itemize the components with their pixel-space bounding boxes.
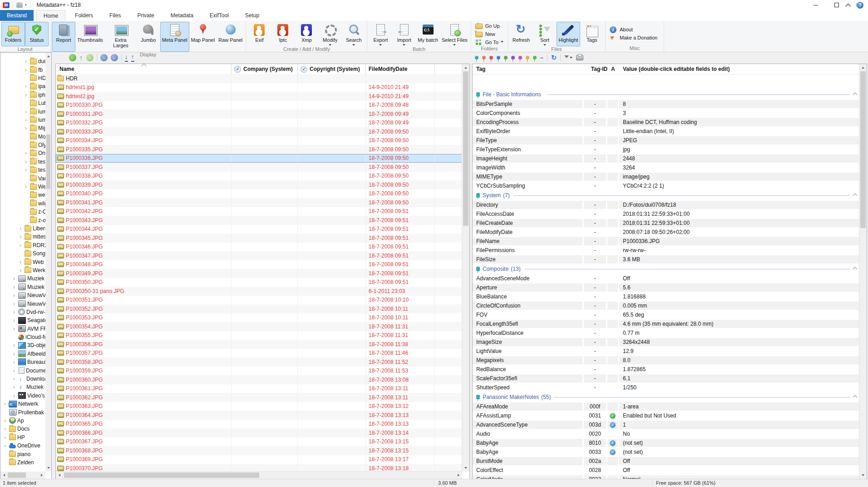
expand-chevron-icon[interactable]: › bbox=[4, 418, 9, 423]
file-list-horizontal-scrollbar[interactable] bbox=[56, 471, 462, 479]
file-row[interactable]: P1000364.JPG 18-7-2008 13:13 bbox=[56, 411, 462, 420]
tree-item[interactable]: › ipad bbox=[0, 82, 45, 90]
ribbon-small-button[interactable]: About bbox=[607, 26, 662, 34]
tree-item[interactable]: › ipho bbox=[0, 91, 45, 99]
metadata-value[interactable]: 2008:07:18 09:50:26+02:00 bbox=[619, 228, 859, 236]
metadata-value[interactable]: 2018:01:31 22:59:33+01:00 bbox=[619, 210, 859, 218]
ribbon-button[interactable]: Meta Panel bbox=[160, 22, 189, 52]
expand-chevron-icon[interactable]: › bbox=[20, 268, 24, 273]
ribbon-tab[interactable]: Setup bbox=[238, 10, 266, 21]
scroll-up-icon[interactable] bbox=[47, 54, 50, 57]
file-row[interactable]: P1000351.JPG 18-7-2008 10:10 bbox=[56, 296, 462, 305]
file-row[interactable]: P1000367.JPG 18-7-2008 13:15 bbox=[56, 437, 462, 447]
metadata-value[interactable]: 12.9 bbox=[619, 347, 859, 355]
tree-item[interactable]: › Mo bbox=[0, 133, 45, 141]
file-row[interactable]: P1000343.JPG 18-7-2008 09:51 bbox=[56, 216, 462, 225]
metadata-section-header[interactable]: File - Basic Informations bbox=[473, 91, 859, 98]
metadata-value[interactable]: 3.6 MB bbox=[619, 255, 859, 263]
ribbon-button[interactable]: Exif bbox=[247, 22, 271, 46]
metadata-row[interactable]: MIMEType - ✓ image/jpeg bbox=[473, 172, 859, 181]
collapse-all-icon[interactable]: – bbox=[540, 55, 543, 60]
tree-item[interactable]: › iCloud-foto bbox=[0, 333, 45, 341]
file-row[interactable]: P1000348.JPG 18-7-2008 09:51 bbox=[56, 260, 462, 269]
column-header-filemodifydate[interactable]: FileModifyDate bbox=[366, 64, 435, 74]
file-row[interactable]: hdrtest1.jpg 14-9-2010 21:49 bbox=[56, 83, 462, 92]
tree-item[interactable]: › lum bbox=[0, 116, 45, 124]
tree-item[interactable]: › Video's bbox=[0, 392, 45, 400]
tree-item[interactable]: › test bbox=[0, 158, 45, 166]
expand-chevron-icon[interactable]: › bbox=[13, 302, 18, 306]
expand-chevron-icon[interactable]: › bbox=[25, 168, 30, 172]
ribbon-button[interactable]: Highlight bbox=[557, 22, 580, 46]
ribbon-button[interactable]: Tags bbox=[580, 22, 604, 46]
tree-item[interactable]: › Ap bbox=[0, 417, 45, 425]
ribbon-tab[interactable]: Private bbox=[130, 10, 161, 21]
metadata-value[interactable]: P1000336.JPG bbox=[619, 237, 859, 245]
file-row[interactable]: P1000331.JPG 18-7-2008 09:49 bbox=[56, 109, 462, 119]
expand-chevron-icon[interactable]: › bbox=[20, 260, 24, 264]
expand-chevron-icon[interactable]: › bbox=[13, 327, 18, 331]
metadata-value[interactable]: rw-rw-rw- bbox=[619, 246, 859, 254]
tree-item[interactable]: › Mijn bbox=[0, 124, 45, 132]
column-header-copyright[interactable]: ✓Copyright (System) bbox=[298, 64, 366, 74]
pushpin-icon[interactable] bbox=[497, 56, 500, 60]
ribbon-tab[interactable]: Bestand bbox=[0, 10, 34, 21]
panel-splitter[interactable] bbox=[52, 52, 55, 479]
expand-chevron-icon[interactable]: › bbox=[20, 243, 24, 248]
file-row[interactable]: P1000359.JPG 18-7-2008 11:53 bbox=[56, 367, 462, 376]
metadata-row[interactable]: BlueBalance - ✓ 1.816888 bbox=[473, 292, 859, 301]
expand-chevron-icon[interactable]: › bbox=[13, 276, 18, 281]
file-row[interactable]: P1000335.JPG 18-7-2008 09:50 bbox=[56, 145, 462, 154]
file-row[interactable]: P1000363.JPG 18-7-2008 13:12 bbox=[56, 402, 462, 411]
scrollbar-thumb[interactable] bbox=[860, 71, 866, 228]
metadata-row[interactable]: FileType - ✓ JPEG bbox=[473, 136, 859, 145]
file-row[interactable]: P1000332.JPG 18-7-2008 09:49 bbox=[56, 119, 462, 128]
tree-item[interactable]: › Downloads bbox=[0, 375, 45, 383]
metadata-value[interactable]: JPEG bbox=[619, 136, 859, 144]
metadata-value[interactable]: Normal bbox=[619, 475, 859, 479]
metadata-section-header[interactable]: Composite (13) bbox=[473, 266, 859, 272]
scroll-down-icon[interactable] bbox=[47, 467, 50, 470]
expand-chevron-icon[interactable]: › bbox=[13, 293, 18, 298]
expand-chevron-icon[interactable]: › bbox=[4, 427, 9, 431]
metadata-value[interactable]: 8.0 bbox=[619, 356, 859, 364]
tree-item[interactable]: › Oly bbox=[0, 141, 45, 149]
metadata-value[interactable]: image/jpeg bbox=[619, 173, 859, 181]
pushpin-icon[interactable] bbox=[511, 56, 515, 60]
metadata-row[interactable]: Composite (13) ✓ bbox=[473, 264, 859, 274]
metadata-row[interactable]: ImageHeight - ✓ 2448 bbox=[473, 154, 859, 163]
file-row[interactable]: P1000334.JPG 18-7-2008 09:50 bbox=[56, 136, 462, 145]
ribbon-button[interactable]: My batch bbox=[416, 22, 440, 46]
tree-item[interactable]: › OneDrive bbox=[0, 442, 45, 450]
expand-chevron-icon[interactable]: › bbox=[25, 151, 30, 155]
file-row[interactable]: P1000339.JPG 18-7-2008 09:50 bbox=[56, 180, 462, 189]
metadata-value[interactable]: Off bbox=[619, 274, 859, 283]
tree-item[interactable]: › Bureaublad bbox=[0, 358, 45, 366]
ribbon-small-button[interactable]: New bbox=[473, 30, 506, 38]
metadata-section-header[interactable]: System (7) bbox=[473, 192, 859, 199]
metadata-section-header[interactable]: Panasonic MakerNotes (55) bbox=[473, 394, 859, 400]
metadata-row[interactable]: ColorEffect 0028 ✓ Off bbox=[473, 466, 859, 475]
ribbon-button[interactable]: Select Files bbox=[440, 22, 469, 46]
ribbon-button[interactable]: Modify bbox=[318, 22, 342, 46]
tree-item[interactable]: › Lub bbox=[0, 99, 45, 107]
ribbon-button[interactable]: Raw Panel bbox=[217, 22, 244, 52]
metadata-value[interactable]: 1.816888 bbox=[619, 293, 859, 301]
metadata-row[interactable]: ImageWidth - ✓ 3264 bbox=[473, 163, 859, 172]
ribbon-button[interactable]: Export bbox=[369, 22, 392, 46]
metadata-value[interactable]: Little-endian (Intel, II) bbox=[619, 127, 859, 135]
metadata-vertical-scrollbar[interactable] bbox=[859, 64, 867, 479]
tree-item[interactable]: › Muziek 1 (E bbox=[0, 274, 45, 283]
tree-item[interactable]: › z-O bbox=[0, 208, 45, 216]
tree-item[interactable]: › HP bbox=[0, 433, 45, 442]
metadata-value[interactable]: 0.77 m bbox=[619, 329, 859, 337]
ribbon-button[interactable]: Refresh bbox=[509, 22, 533, 46]
column-header-tag-id[interactable]: Tag-ID bbox=[587, 66, 611, 72]
metadata-row[interactable]: File - Basic Informations ✓ bbox=[473, 89, 859, 99]
metadata-row[interactable]: YCbCrSubSampling - ✓ YCbCr4:2:2 (2 1) bbox=[473, 181, 859, 190]
tree-item[interactable]: › fb bbox=[0, 65, 45, 74]
tree-item[interactable]: › SongDi bbox=[0, 249, 45, 258]
tree-vertical-scrollbar[interactable] bbox=[45, 53, 51, 472]
metadata-value[interactable]: 2018:01:31 22:59:33+01:00 bbox=[619, 219, 859, 227]
file-row[interactable]: P1000355.JPG 18-7-2008 11:31 bbox=[56, 331, 462, 340]
